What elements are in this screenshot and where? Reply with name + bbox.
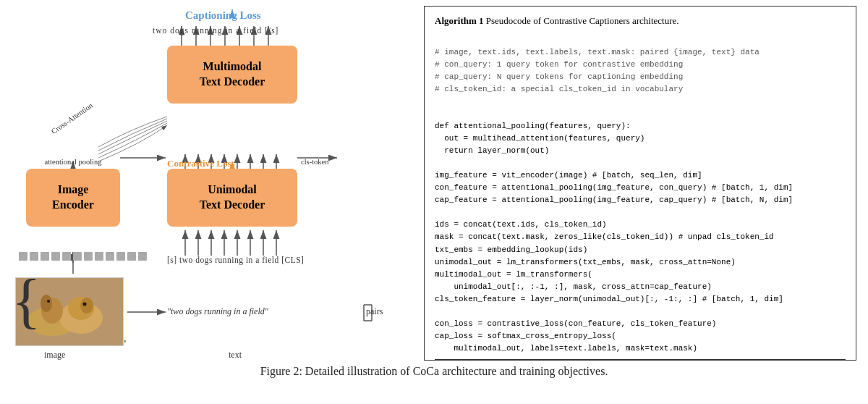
comment4: # cls_token_id: a special cls_token_id i… xyxy=(435,85,683,93)
sq6 xyxy=(73,252,82,261)
sq2 xyxy=(30,252,38,261)
curly-brace: { xyxy=(12,270,41,332)
image-encoder-box: ImageEncoder xyxy=(26,169,120,227)
pairs-label: pairs xyxy=(366,306,383,317)
svg-point-45 xyxy=(47,300,50,303)
unimodal-decoder-box: UnimodalText Decoder xyxy=(167,169,297,227)
contrastive-loss-label: Contrastive Loss xyxy=(167,158,235,169)
svg-point-44 xyxy=(80,298,93,313)
sq11 xyxy=(127,252,136,261)
main-container: Captioning Loss two dogs running in a fi… xyxy=(0,0,868,384)
comma: , xyxy=(124,333,127,345)
algo-code-main: def attentional_pooling(features, query)… xyxy=(435,120,846,355)
sq1 xyxy=(19,252,27,261)
algo-divider xyxy=(435,359,846,360)
comment2: # con_query: 1 query token for contrasti… xyxy=(435,60,683,69)
figure-caption: Figure 2: Detailed illustration of CoCa … xyxy=(12,365,856,378)
cls-token-label: cls-token xyxy=(301,158,329,166)
sq5 xyxy=(62,252,71,261)
unimodal-decoder-label: UnimodalText Decoder xyxy=(200,182,265,213)
algo-title-rest: Pseudocode of Contrastive Captioners arc… xyxy=(484,15,679,26)
input-squares xyxy=(19,252,147,261)
multimodal-decoder-label: MultimodalText Decoder xyxy=(200,59,265,90)
sq7 xyxy=(84,252,93,261)
algo-title: Algorithm 1 Pseudocode of Contrastive Ca… xyxy=(435,14,846,28)
diagram-section: Captioning Loss two dogs running in a fi… xyxy=(12,6,417,361)
algorithm-section: Algorithm 1 Pseudocode of Contrastive Ca… xyxy=(424,6,856,361)
bottom-image-label: image xyxy=(44,350,65,361)
quote-text: "two dogs running in a field" xyxy=(167,306,268,317)
attn-pooling-label: attentional pooling xyxy=(26,158,120,166)
sq3 xyxy=(41,252,49,261)
comment3: # cap_query: N query tokens for captioni… xyxy=(435,72,683,81)
sq9 xyxy=(106,252,114,261)
bottom-text-label: text xyxy=(229,350,242,361)
captioning-loss-label: Captioning Loss xyxy=(185,9,261,22)
algo-title-bold: Algorithm 1 xyxy=(435,15,484,26)
multimodal-decoder-box: MultimodalText Decoder xyxy=(167,46,297,104)
tokens-top: two dogs running in a field [/s] xyxy=(153,26,278,35)
sq12 xyxy=(138,252,147,261)
svg-point-46 xyxy=(83,303,87,306)
cross-attention-label: Cross-Attention xyxy=(50,101,94,135)
sq8 xyxy=(95,252,103,261)
tokens-bottom: [s] two dogs running in a field [CLS] xyxy=(167,256,304,264)
algo-code-comments: # image, text.ids, text.labels, text.mas… xyxy=(435,34,846,108)
svg-point-43 xyxy=(41,295,52,312)
sq10 xyxy=(116,252,125,261)
diagram-inner: Captioning Loss two dogs running in a fi… xyxy=(12,6,417,361)
top-section: Captioning Loss two dogs running in a fi… xyxy=(12,6,856,361)
image-encoder-label: ImageEncoder xyxy=(52,182,94,213)
comment1: # image, text.ids, text.labels, text.mas… xyxy=(435,48,760,56)
sq4 xyxy=(51,252,60,261)
